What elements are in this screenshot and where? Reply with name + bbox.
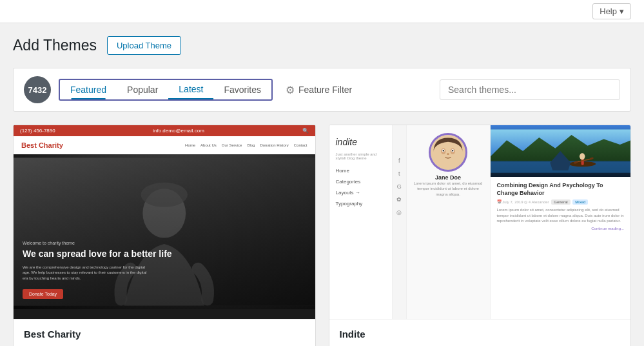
- nav-tabs: Featured Popular Latest Favorites: [59, 79, 273, 101]
- indite-read-more: Continue reading...: [497, 227, 625, 230]
- indite-author-name: Jane Doe: [435, 174, 461, 181]
- tab-featured[interactable]: Featured: [60, 81, 117, 99]
- google-icon: G: [397, 183, 402, 190]
- theme-info-best-charity: Best Charity: [14, 319, 315, 346]
- indite-author-section: Jane Doe Lorem ipsum dolor sit amet, do …: [407, 125, 491, 319]
- indite-social-bar: f t G ✿ ◎: [393, 125, 407, 319]
- bc-nav-blog: Blog: [247, 143, 255, 147]
- bc-nav-home: Home: [185, 143, 195, 147]
- indite-sidebar-wrapper: indite Just another simple and stylish b…: [329, 125, 407, 319]
- article-date: 📅 July 7, 2019: [497, 200, 523, 204]
- tab-popular[interactable]: Popular: [117, 81, 168, 99]
- tab-favorites[interactable]: Favorites: [213, 81, 271, 99]
- upload-theme-button[interactable]: Upload Theme: [107, 36, 181, 55]
- theme-info-indite: Indite: [329, 319, 631, 346]
- indite-main-content: Jane Doe Lorem ipsum dolor sit amet, do …: [407, 125, 631, 319]
- indite-logo: indite: [329, 132, 392, 152]
- theme-preview-indite: indite Just another simple and stylish b…: [329, 125, 631, 319]
- feature-filter-label: Feature Filter: [298, 85, 352, 95]
- pinterest-icon: ✿: [396, 196, 402, 203]
- indite-article-text: Combining Design And Psychology To Chang…: [491, 177, 631, 236]
- filter-bar: 7432 Featured Popular Latest Favorites ⚙…: [13, 68, 631, 112]
- bc-nav: Home About Us Our Service Blog Donation …: [185, 143, 307, 147]
- theme-count-badge: 7432: [24, 76, 51, 103]
- svg-point-10: [452, 150, 453, 152]
- article-comments: ◎ 4: [524, 200, 531, 204]
- indite-article-section: Combining Design And Psychology To Chang…: [491, 125, 631, 319]
- svg-point-11: [447, 153, 449, 155]
- theme-card-best-charity[interactable]: (123) 456-7890 info.demo@email.com 🔍 Bes…: [13, 125, 316, 346]
- bc-sub: Welcome to charity theme: [23, 241, 306, 245]
- bc-nav-service: Our Service: [222, 143, 242, 147]
- svg-point-9: [443, 150, 444, 152]
- tab-latest[interactable]: Latest: [168, 80, 213, 99]
- svg-rect-13: [491, 161, 631, 172]
- bc-header: Best Charity Home About Us Our Service B…: [14, 136, 315, 154]
- indite-article-meta: 📅 July 7, 2019 ◎ 4 Alexander General Mix…: [497, 199, 625, 205]
- indite-nav-categories: Categories: [329, 176, 392, 187]
- page-title: Add Themes: [13, 37, 97, 54]
- theme-name-best-charity: Best Charity: [24, 329, 305, 340]
- bc-hero-text: Welcome to charity theme We can spread l…: [14, 230, 315, 309]
- help-label: Help: [600, 6, 617, 16]
- gear-icon: ⚙: [286, 84, 295, 96]
- bc-email: info.demo@email.com: [153, 128, 204, 134]
- indite-nav-typography: Typography: [329, 198, 392, 209]
- bc-phone: (123) 456-7890: [20, 128, 55, 134]
- bc-topbar: (123) 456-7890 info.demo@email.com 🔍: [14, 125, 315, 136]
- theme-preview-best-charity: (123) 456-7890 info.demo@email.com 🔍 Bes…: [14, 125, 315, 319]
- indite-tagline: Just another simple and stylish blog the…: [329, 152, 392, 165]
- bc-nav-donation: Donation History: [260, 143, 288, 147]
- facebook-icon: f: [398, 158, 400, 164]
- svg-point-16: [580, 153, 585, 159]
- bc-nav-about: About Us: [200, 143, 217, 147]
- badge-mixed: Mixed: [572, 199, 588, 205]
- bc-desc: We are the comprehensive design and tech…: [23, 265, 151, 281]
- chevron-down-icon: ▾: [620, 6, 624, 16]
- indite-article-image: [491, 125, 631, 177]
- indite-avatar: [429, 133, 467, 172]
- badge-general: General: [551, 199, 570, 205]
- bc-logo: Best Charity: [21, 141, 63, 149]
- bc-cta-button: Donate Today: [23, 289, 63, 299]
- indite-sidebar: indite Just another simple and stylish b…: [329, 125, 393, 319]
- indite-article-title: Combining Design And Psychology To Chang…: [497, 182, 625, 197]
- bc-headline: We can spread love for a better life: [23, 248, 306, 260]
- bc-hero-section: Welcome to charity theme We can spread l…: [14, 154, 315, 309]
- theme-card-indite[interactable]: indite Just another simple and stylish b…: [329, 125, 632, 346]
- twitter-icon: t: [398, 170, 400, 177]
- indite-author-bio: Lorem ipsum dolor sit amet, do eiusmod t…: [412, 181, 485, 197]
- bc-nav-contact: Contact: [294, 143, 307, 147]
- indite-article-excerpt: Lorem ipsum dolor sit amet, consectetur …: [497, 207, 625, 223]
- bc-search-icon: 🔍: [302, 128, 309, 134]
- themes-grid: (123) 456-7890 info.demo@email.com 🔍 Bes…: [13, 125, 631, 346]
- instagram-icon: ◎: [396, 209, 402, 216]
- feature-filter-button[interactable]: ⚙ Feature Filter: [286, 84, 352, 96]
- article-author: Alexander: [532, 200, 549, 204]
- indite-nav-layouts: Layouts →: [329, 187, 392, 198]
- theme-name-indite: Indite: [340, 329, 621, 340]
- help-button[interactable]: Help ▾: [592, 3, 631, 19]
- indite-nav-home: Home: [329, 165, 392, 176]
- search-themes-input[interactable]: [440, 79, 620, 100]
- page-header: Add Themes Upload Theme: [13, 36, 631, 55]
